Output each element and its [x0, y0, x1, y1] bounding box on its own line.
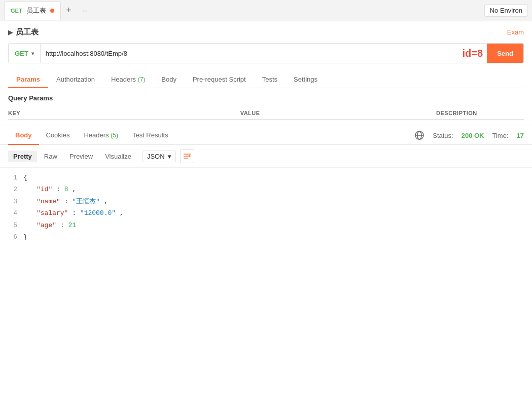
json-label: JSON: [147, 153, 165, 160]
breadcrumb-arrow-icon: ▶: [8, 29, 13, 36]
json-viewer: 1 { 2 "id" : 8 , 3 "name" : "王恒杰" , 4: [0, 168, 532, 247]
environment-selector[interactable]: No Environ: [484, 4, 528, 17]
response-section: Body Cookies Headers (5) Test Results St…: [0, 126, 532, 247]
query-params-title: Query Params: [8, 94, 524, 102]
resp-tab-headers[interactable]: Headers (5): [77, 126, 125, 145]
json-key-id: "id": [37, 186, 52, 193]
line-number: 4: [8, 207, 23, 219]
send-button[interactable]: Send: [487, 44, 523, 63]
json-val-salary: "12000.0": [80, 209, 116, 217]
col-desc-header: DESCRIPTION: [436, 110, 477, 116]
method-chevron-icon: ▾: [31, 51, 34, 56]
url-input[interactable]: [41, 44, 487, 63]
tab-pre-request[interactable]: Pre-request Script: [185, 71, 254, 88]
method-selector[interactable]: GET ▾: [9, 44, 41, 63]
json-line-6: 6 }: [8, 231, 524, 243]
json-key-age: "age": [37, 222, 56, 229]
headers-badge: (7): [138, 76, 146, 83]
json-brace-open: {: [23, 172, 27, 183]
breadcrumb-title: 员工表: [16, 27, 39, 37]
url-bar: GET ▾ id=8 Send: [8, 43, 524, 63]
response-tabs: Body Cookies Headers (5) Test Results: [8, 126, 175, 144]
line-number: 5: [8, 219, 23, 231]
breadcrumb-row: ▶ 员工表 Exam: [8, 27, 524, 37]
col-key-header: KEY: [8, 110, 240, 116]
tab-tests[interactable]: Tests: [254, 71, 286, 88]
tab-unsaved-dot: [50, 9, 54, 13]
tab-body[interactable]: Body: [153, 71, 185, 88]
example-link[interactable]: Exam: [507, 28, 524, 36]
json-line-2: 2 "id" : 8 ,: [8, 183, 524, 195]
json-val-id: 8: [64, 186, 68, 193]
tab-bar: GET 员工表 + ··· No Environ: [0, 0, 532, 21]
tab-params[interactable]: Params: [8, 71, 48, 88]
line-number: 1: [8, 172, 23, 183]
new-tab-button[interactable]: +: [61, 3, 77, 19]
globe-icon[interactable]: [414, 130, 424, 140]
tab-name: 员工表: [26, 6, 46, 15]
json-line-3: 3 "name" : "王恒杰" ,: [8, 196, 524, 207]
tab-settings[interactable]: Settings: [286, 71, 326, 88]
query-params-section: Query Params KEY VALUE DESCRIPTION: [0, 88, 532, 126]
time-label: Time:: [492, 132, 509, 139]
json-val-age: 21: [68, 222, 76, 229]
more-tabs-button[interactable]: ···: [77, 3, 93, 19]
params-table-header: KEY VALUE DESCRIPTION: [8, 107, 524, 120]
request-section: ▶ 员工表 Exam GET ▾ id=8 Send Params Author…: [0, 21, 532, 88]
tab-authorization[interactable]: Authorization: [48, 71, 103, 88]
response-status-row: Status: 200 OK Time: 17: [414, 130, 524, 140]
json-brace-close: }: [23, 231, 27, 243]
format-preview-button[interactable]: Preview: [64, 151, 98, 162]
json-key-salary: "salary": [37, 209, 68, 217]
status-label: Status:: [433, 132, 453, 139]
json-key-name: "name": [37, 198, 60, 205]
breadcrumb: ▶ 员工表: [8, 27, 39, 37]
method-label: GET: [15, 50, 28, 57]
request-tabs: Params Authorization Headers (7) Body Pr…: [8, 71, 524, 88]
format-pretty-button[interactable]: Pretty: [8, 151, 37, 162]
request-tab[interactable]: GET 员工表: [4, 2, 61, 20]
json-line-4: 4 "salary" : "12000.0" ,: [8, 207, 524, 219]
line-number: 3: [8, 196, 23, 207]
line-number: 6: [8, 231, 23, 243]
resp-headers-badge: (5): [111, 132, 118, 139]
format-raw-button[interactable]: Raw: [39, 151, 62, 162]
resp-tab-cookies[interactable]: Cookies: [39, 126, 77, 145]
resp-tab-test-results[interactable]: Test Results: [125, 126, 175, 145]
line-number: 2: [8, 183, 23, 195]
response-tabs-row: Body Cookies Headers (5) Test Results St…: [0, 126, 532, 145]
format-visualize-button[interactable]: Visualize: [100, 151, 136, 162]
col-value-header: VALUE: [240, 110, 436, 116]
json-line-5: 5 "age" : 21: [8, 219, 524, 231]
resp-tab-body[interactable]: Body: [8, 126, 39, 145]
json-line-1: 1 {: [8, 172, 524, 183]
json-chevron-icon: ▾: [168, 153, 171, 160]
tab-method: GET: [11, 8, 22, 14]
time-value: 17: [517, 132, 524, 139]
json-format-selector[interactable]: JSON ▾: [143, 151, 176, 162]
status-value: 200 OK: [462, 132, 484, 139]
wrap-lines-icon: [183, 152, 191, 160]
format-bar: Pretty Raw Preview Visualize JSON ▾: [0, 145, 532, 168]
json-val-name: "王恒杰": [72, 198, 100, 205]
word-wrap-button[interactable]: [180, 149, 194, 163]
tab-headers[interactable]: Headers (7): [103, 71, 153, 88]
